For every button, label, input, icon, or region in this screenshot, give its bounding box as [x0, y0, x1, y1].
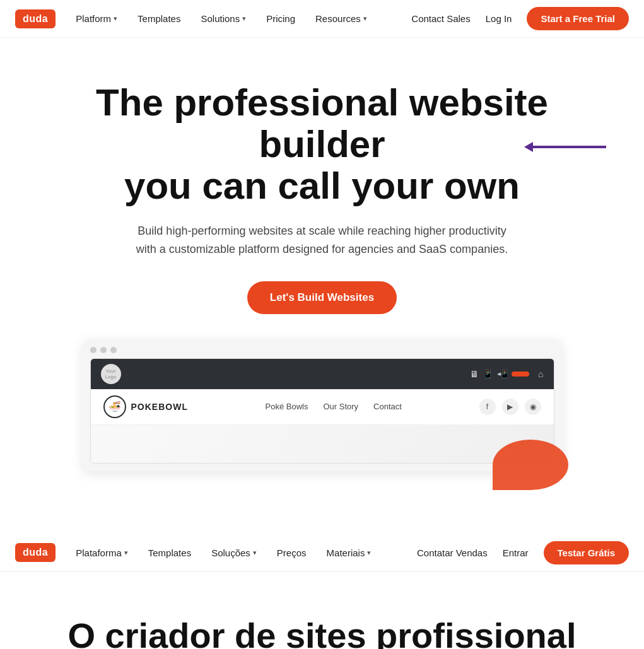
platform-dropdown-arrow: ▾: [114, 15, 117, 23]
bottom-section: duda Plataforma ▾ Templates Soluções ▾ P…: [0, 534, 644, 649]
mobile-icon[interactable]: 📲: [497, 369, 508, 379]
nav-right: Contact Sales Log In Start a Free Trial: [411, 7, 629, 30]
navbar: duda Platform ▾ Templates Solutions ▾ Pr…: [0, 0, 644, 38]
mini-editor-nav: YourLogo 🖥 📱 📲 ⌂: [91, 359, 554, 389]
nav2-left: duda Plataforma ▾ Templates Soluções ▾ P…: [15, 543, 371, 562]
browser-dot-1: [90, 347, 97, 353]
nav-templates[interactable]: Templates: [138, 13, 180, 24]
solucoes-dropdown-arrow: ▾: [253, 549, 257, 557]
desktop-icon[interactable]: 🖥: [470, 369, 479, 379]
contatar-vendas-link[interactable]: Contatar Vendas: [417, 547, 488, 558]
materiais-dropdown-arrow: ▾: [367, 549, 371, 557]
pokebowl-link-story: Our Story: [323, 402, 358, 411]
mini-orange-button[interactable]: [512, 371, 529, 377]
tablet-icon[interactable]: 📱: [483, 369, 493, 379]
mini-home-icon: ⌂: [538, 369, 543, 379]
nav-left: duda Platform ▾ Templates Solutions ▾ Pr…: [15, 9, 367, 28]
testar-gratis-button[interactable]: Testar Grátis: [544, 541, 629, 564]
arrow-line: [532, 146, 606, 148]
nav-platform[interactable]: Platform ▾: [76, 13, 117, 24]
hero2-section: O criador de sites profissional que você…: [0, 572, 644, 649]
mini-your-logo: YourLogo: [101, 364, 121, 384]
pokebowl-hero-area: [91, 425, 554, 463]
browser-dot-2: [100, 347, 107, 353]
resources-dropdown-arrow: ▾: [363, 15, 367, 23]
nav2-plataforma[interactable]: Plataforma ▾: [76, 547, 128, 558]
duda-logo2[interactable]: duda: [15, 543, 56, 562]
solutions-dropdown-arrow: ▾: [242, 15, 246, 23]
nav2-templates[interactable]: Templates: [148, 547, 191, 558]
pokebowl-logo-text: POKEBOWL: [131, 402, 188, 412]
hero-subtitle: Build high-performing websites at scale …: [133, 222, 512, 259]
hero-section: The professional website builder you can…: [0, 38, 644, 496]
duda-logo[interactable]: duda: [15, 9, 56, 28]
browser-topbar: [90, 347, 554, 353]
pokebowl-link-poke: Poké Bowls: [266, 402, 308, 411]
hero-title: The professional website builder you can…: [50, 82, 594, 207]
top-section: duda Platform ▾ Templates Solutions ▾ Pr…: [0, 0, 644, 496]
mini-device-icons: 🖥 📱 📲 ⌂: [470, 369, 543, 379]
browser-dot-3: [110, 347, 117, 353]
browser-inner: YourLogo 🖥 📱 📲 ⌂ 🍜 POKEBOWL: [90, 358, 554, 464]
pokebowl-socials: f ▶ ◉: [479, 399, 541, 415]
plataforma-dropdown-arrow: ▾: [124, 549, 128, 557]
pokebowl-link-contact: Contact: [373, 402, 402, 411]
start-trial-button[interactable]: Start a Free Trial: [527, 7, 629, 30]
pokebowl-logo-icon: 🍜: [103, 395, 126, 418]
nav2-materiais[interactable]: Materiais ▾: [327, 547, 372, 558]
nav-solutions[interactable]: Solutions ▾: [201, 13, 246, 24]
pokebowl-logo: 🍜 POKEBOWL: [103, 395, 188, 418]
facebook-icon: f: [479, 399, 496, 415]
hero2-title: O criador de sites profissional que você…: [50, 616, 594, 649]
log-in-link[interactable]: Log In: [486, 13, 512, 24]
instagram-icon: ◉: [525, 399, 541, 415]
nav-resources[interactable]: Resources ▾: [315, 13, 367, 24]
nav-pricing[interactable]: Pricing: [266, 13, 295, 24]
nav2-solucoes[interactable]: Soluções ▾: [211, 547, 257, 558]
pokebowl-nav: 🍜 POKEBOWL Poké Bowls Our Story Contact …: [91, 389, 554, 425]
youtube-icon: ▶: [502, 399, 518, 415]
orange-blob-decoration: [493, 440, 568, 490]
arrow-decoration: [524, 145, 606, 149]
browser-mockup: YourLogo 🖥 📱 📲 ⌂ 🍜 POKEBOWL: [83, 339, 562, 471]
mini-logo-box: YourLogo: [101, 364, 121, 384]
navbar2: duda Plataforma ▾ Templates Soluções ▾ P…: [0, 534, 644, 572]
hero-cta-button[interactable]: Let's Build Websites: [247, 281, 397, 314]
entrar-link[interactable]: Entrar: [503, 547, 529, 558]
pokebowl-links: Poké Bowls Our Story Contact: [266, 402, 402, 411]
nav2-precos[interactable]: Preços: [277, 547, 307, 558]
contact-sales-link[interactable]: Contact Sales: [411, 13, 470, 24]
nav2-right: Contatar Vendas Entrar Testar Grátis: [417, 541, 629, 564]
